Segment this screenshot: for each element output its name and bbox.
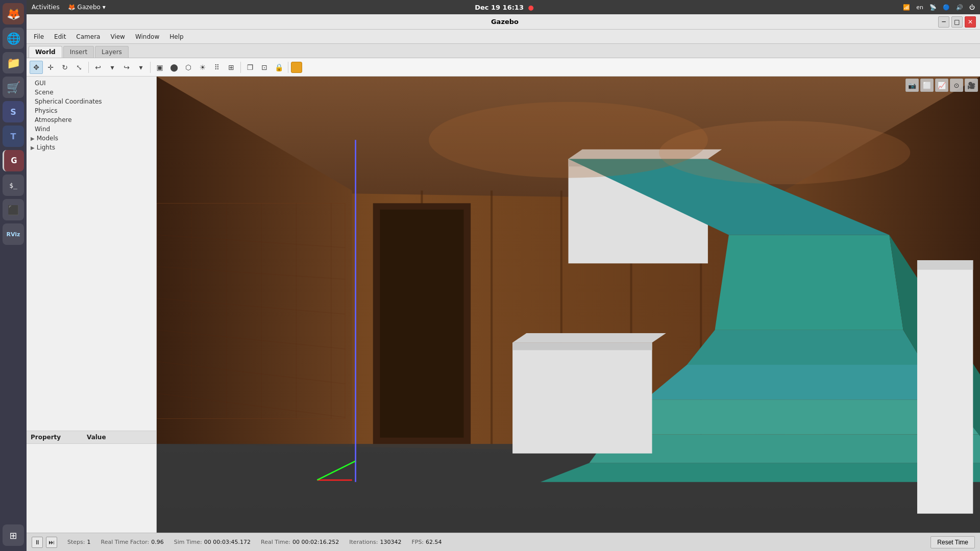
tree-item-wind[interactable]: Wind: [27, 124, 156, 134]
store-icon[interactable]: 🛒: [3, 77, 24, 98]
grid-tool-button[interactable]: ⊞: [225, 61, 238, 74]
tab-world[interactable]: World: [29, 46, 62, 58]
tree-item-atmosphere[interactable]: Atmosphere: [27, 115, 156, 124]
power-icon: ⏻: [969, 4, 975, 11]
property-column-header: Property: [27, 432, 83, 442]
main-area: GUI Scene Spherical Coordinates Physics …: [27, 77, 980, 533]
box-tool-button[interactable]: ▣: [153, 61, 166, 74]
menu-bar: File Edit Camera View Window Help: [27, 30, 980, 44]
gazebo-active-icon[interactable]: G: [3, 150, 24, 171]
sim-time-value: 00 00:03:45.172: [204, 539, 251, 545]
bluetooth-icon: 🔵: [943, 4, 950, 11]
layers-icon[interactable]: ⬛: [3, 199, 24, 220]
scene-view: [157, 77, 980, 533]
close-button[interactable]: ✕: [965, 16, 976, 28]
tree-item-spherical-coords[interactable]: Spherical Coordinates: [27, 97, 156, 106]
sim-time-display: Sim Time: 00 00:03:45.172: [174, 539, 251, 545]
steps-display: Steps: 1: [67, 539, 90, 545]
video-button[interactable]: 🎥: [965, 79, 978, 92]
record-button[interactable]: ⬜: [920, 79, 934, 92]
viewport[interactable]: 📷 ⬜ 📈 ⊙ 🎥: [157, 77, 980, 533]
orange-mode-button[interactable]: [291, 62, 302, 73]
app-window: Gazebo ─ □ ✕ File Edit Camera View Windo…: [27, 14, 980, 551]
realtime-factor-value: 0.96: [151, 539, 164, 545]
cylinder-tool-button[interactable]: ⬡: [182, 61, 195, 74]
svg-rect-12: [380, 210, 463, 438]
browser-icon[interactable]: 🌐: [3, 28, 24, 49]
tree-item-models[interactable]: ▶ Models: [27, 134, 156, 143]
menu-camera[interactable]: Camera: [72, 32, 104, 42]
title-bar-controls: ─ □ ✕: [938, 16, 976, 28]
realtime-factor-display: Real Time Factor: 0.96: [101, 539, 163, 545]
volume-icon: 🔊: [956, 4, 963, 11]
system-bar: Activities 🦊 Gazebo ▾ Dec 19 16:13 ● 📶 e…: [27, 0, 980, 14]
tree-item-scene[interactable]: Scene: [27, 88, 156, 97]
select-tool-button[interactable]: ✥: [30, 61, 43, 74]
network-icon: 📶: [903, 4, 910, 11]
menu-file[interactable]: File: [30, 32, 48, 42]
firefox-icon[interactable]: 🦊: [3, 3, 24, 24]
svg-rect-25: [917, 260, 973, 514]
svg-point-33: [429, 102, 708, 178]
undo-button[interactable]: ↩: [91, 61, 105, 74]
tree-area: GUI Scene Spherical Coordinates Physics …: [27, 77, 156, 431]
real-time-label: Real Time:: [261, 539, 290, 545]
pointcloud-tool-button[interactable]: ⠿: [210, 61, 224, 74]
tree-item-physics[interactable]: Physics: [27, 106, 156, 115]
svg-rect-28: [512, 343, 652, 350]
align-tool-button[interactable]: ⊡: [258, 61, 271, 74]
activities-label[interactable]: Activities: [32, 4, 60, 11]
files-icon[interactable]: 📁: [3, 52, 24, 73]
minimize-button[interactable]: ─: [938, 16, 949, 28]
tab-insert[interactable]: Insert: [63, 46, 94, 58]
lang-indicator[interactable]: en: [916, 4, 923, 11]
rviz-icon[interactable]: RViz: [3, 223, 24, 245]
status-bar: ⏸ ⏭ Steps: 1 Real Time Factor: 0.96 Sim …: [27, 533, 980, 551]
rotate-tool-button[interactable]: ↻: [58, 61, 71, 74]
toolbar: ✥ ✛ ↻ ⤡ ↩ ▾ ↪ ▾ ▣ ⬤ ⬡ ☀ ⠿ ⊞ ❐ ⊡ 🔒: [27, 58, 980, 77]
teams-icon[interactable]: T: [3, 126, 24, 147]
system-bar-right: 📶 en 📡 🔵 🔊 ⏻: [903, 4, 975, 11]
code-icon[interactable]: S: [3, 101, 24, 122]
pause-button[interactable]: ⏸: [32, 537, 43, 548]
recording-dot: ●: [528, 4, 534, 11]
scale-tool-button[interactable]: ⤡: [72, 61, 86, 74]
svg-point-34: [659, 121, 910, 184]
svg-rect-27: [512, 343, 652, 454]
snap-tool-button[interactable]: 🔒: [272, 61, 285, 74]
orbit-button[interactable]: ⊙: [950, 79, 963, 92]
fps-value: 62.54: [426, 539, 442, 545]
redo-button[interactable]: ↪: [120, 61, 133, 74]
menu-edit[interactable]: Edit: [50, 32, 70, 42]
tab-layers[interactable]: Layers: [95, 46, 129, 58]
svg-marker-29: [512, 333, 666, 343]
grid-apps-icon[interactable]: ⊞: [3, 524, 24, 546]
undo-dropdown[interactable]: ▾: [106, 61, 119, 74]
fps-label: FPS:: [411, 539, 424, 545]
reset-time-button[interactable]: Reset Time: [930, 536, 975, 548]
maximize-button[interactable]: □: [951, 16, 963, 28]
title-bar: Gazebo ─ □ ✕: [27, 14, 980, 30]
tree-item-lights[interactable]: ▶ Lights: [27, 143, 156, 152]
svg-rect-26: [917, 260, 973, 270]
tree-item-gui[interactable]: GUI: [27, 79, 156, 88]
svg-marker-22: [715, 235, 903, 330]
step-button[interactable]: ⏭: [46, 537, 57, 548]
separator2: [150, 62, 151, 73]
plot-button[interactable]: 📈: [935, 79, 948, 92]
redo-dropdown[interactable]: ▾: [134, 61, 148, 74]
separator3: [240, 62, 241, 73]
iterations-label: Iterations:: [349, 539, 378, 545]
copy-tool-button[interactable]: ❐: [243, 61, 257, 74]
menu-window[interactable]: Window: [131, 32, 163, 42]
translate-tool-button[interactable]: ✛: [44, 61, 57, 74]
menu-help[interactable]: Help: [165, 32, 187, 42]
sphere-tool-button[interactable]: ⬤: [167, 61, 181, 74]
light-tool-button[interactable]: ☀: [196, 61, 209, 74]
terminal-icon[interactable]: $_: [3, 174, 24, 196]
gazebo-indicator[interactable]: 🦊 Gazebo ▾: [68, 4, 106, 11]
realtime-factor-label: Real Time Factor:: [101, 539, 149, 545]
system-bar-center: Dec 19 16:13 ●: [106, 4, 903, 11]
screenshot-button[interactable]: 📷: [905, 79, 919, 92]
menu-view[interactable]: View: [106, 32, 129, 42]
